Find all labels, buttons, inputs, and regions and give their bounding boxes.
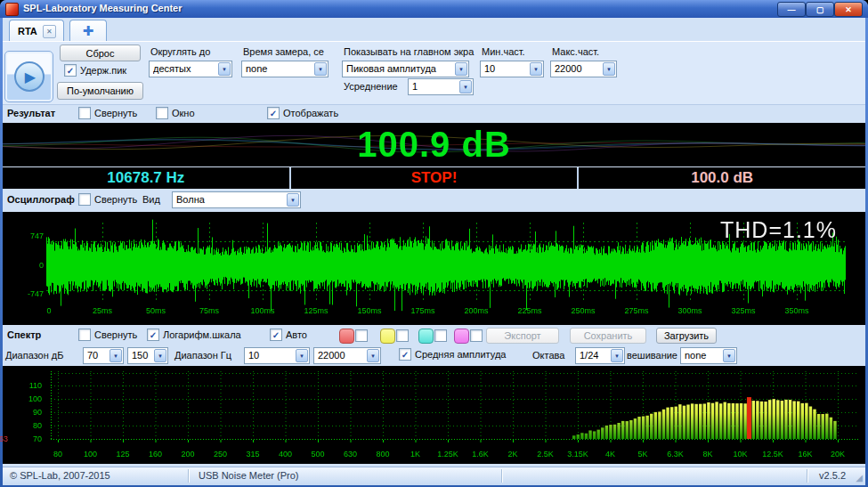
spectrum-section-title: Спектр xyxy=(7,329,41,340)
chevron-down-icon[interactable]: ▼ xyxy=(218,62,231,76)
thd-annotation: THD=1.1% xyxy=(720,217,837,243)
db-min-select[interactable]: 70 ▼ xyxy=(83,347,124,364)
tab-rta[interactable]: RTA ✕ xyxy=(9,20,64,42)
minimize-icon: — xyxy=(788,5,796,14)
chevron-down-icon[interactable]: ▼ xyxy=(611,349,623,362)
scope-x-tick: 175ms xyxy=(410,306,434,315)
scope-x-tick: 225ms xyxy=(517,306,541,315)
spectrum-x-tick: 500 xyxy=(311,450,324,459)
result-display-checkbox[interactable]: ✓Отображать xyxy=(267,107,338,119)
chevron-down-icon[interactable]: ▼ xyxy=(723,349,735,362)
reset-button[interactable]: Сброс xyxy=(60,45,141,61)
chevron-down-icon[interactable]: ▼ xyxy=(530,62,542,76)
scope-section-title: Осциллограф xyxy=(7,194,75,205)
titlebar[interactable]: SPL-Laboratory Measuring Center — ▢ ✕ xyxy=(0,0,868,18)
maximize-icon: ▢ xyxy=(816,5,824,14)
spectrum-x-tick: 5K xyxy=(637,450,647,459)
scope-x-tick: 300ms xyxy=(677,306,702,315)
status-copyright: © SPL-Lab, 2007-2015 xyxy=(10,470,110,481)
save-button[interactable]: Сохранить xyxy=(570,328,646,344)
app-window: SPL-Laboratory Measuring Center — ▢ ✕ RT… xyxy=(0,0,868,487)
averaging-label: Усреднение xyxy=(344,81,398,92)
spectrum-x-tick: 125 xyxy=(116,450,129,459)
spectrum-y-tick: 110 xyxy=(8,381,42,390)
scope-x-tick: 150ms xyxy=(357,306,381,315)
measure-time-select[interactable]: none ▼ xyxy=(241,61,329,77)
close-button[interactable]: ✕ xyxy=(834,2,863,17)
status-divider xyxy=(188,469,189,483)
spectrum-x-tick: 3.15K xyxy=(567,450,588,459)
chevron-down-icon[interactable]: ▼ xyxy=(459,80,472,93)
resize-grip[interactable]: ◢ xyxy=(856,473,863,483)
maximize-button[interactable]: ▢ xyxy=(806,2,834,17)
scope-x-tick: 325ms xyxy=(731,306,755,315)
checkbox-box xyxy=(355,329,368,342)
spectrum-x-tick: 2.5K xyxy=(537,450,554,459)
chevron-down-icon[interactable]: ▼ xyxy=(314,62,327,76)
min-freq-select[interactable]: 10 ▼ xyxy=(480,61,544,77)
load-button[interactable]: Загрузить xyxy=(656,328,717,344)
statusbar: © SPL-Lab, 2007-2015 USB Noise Meter (Pr… xyxy=(3,467,865,485)
hz-max-select[interactable]: 22000 ▼ xyxy=(313,347,381,364)
chevron-down-icon[interactable]: ▼ xyxy=(367,349,379,362)
avg-amplitude-checkbox[interactable]: ✓Средняя амплитуда xyxy=(399,348,506,361)
spectrum-x-tick: 8K xyxy=(702,450,712,459)
checkbox-box xyxy=(78,107,91,119)
max-freq-select[interactable]: 22000 ▼ xyxy=(550,61,617,77)
trace-color-red-swatch[interactable] xyxy=(339,329,354,344)
play-icon: ▶ xyxy=(14,61,45,92)
minimize-button[interactable]: — xyxy=(777,2,806,17)
trace-color-yellow-swatch[interactable] xyxy=(380,329,395,344)
chevron-down-icon[interactable]: ▼ xyxy=(154,349,166,362)
chevron-down-icon[interactable]: ▼ xyxy=(287,193,299,207)
export-button[interactable]: Экспорт xyxy=(486,328,559,344)
hold-peak-checkbox[interactable]: ✓ Удерж.пик xyxy=(64,64,126,77)
scope-x-tick: 75ms xyxy=(199,306,219,315)
trace-color-cyan-swatch[interactable] xyxy=(418,329,434,344)
weighting-select[interactable]: none ▼ xyxy=(680,347,737,364)
scope-view-select[interactable]: Волна ▼ xyxy=(172,191,301,208)
main-level-value: 100.9 dB xyxy=(3,123,865,166)
checkbox-box xyxy=(470,329,483,342)
tab-add[interactable]: ✚ xyxy=(69,20,107,42)
result-window-checkbox[interactable]: Окно xyxy=(156,107,195,119)
trace-magenta-checkbox[interactable] xyxy=(470,329,483,342)
chevron-down-icon[interactable]: ▼ xyxy=(455,62,467,76)
trace-red-checkbox[interactable] xyxy=(355,329,368,342)
scope-y-tick: 747 xyxy=(8,231,44,240)
chevron-down-icon[interactable]: ▼ xyxy=(296,349,308,362)
status-divider xyxy=(807,469,807,483)
result-section-title: Результат xyxy=(7,108,55,118)
default-button[interactable]: По-умолчанию xyxy=(57,82,143,100)
auto-checkbox[interactable]: ✓Авто xyxy=(270,329,307,341)
spectrum-collapse-checkbox[interactable]: Свернуть xyxy=(78,329,137,341)
trace-yellow-checkbox[interactable] xyxy=(396,329,409,342)
spectrum-x-tick: 400 xyxy=(279,450,292,459)
chevron-down-icon[interactable]: ▼ xyxy=(603,62,615,76)
scope-x-tick: 0 xyxy=(46,306,51,315)
play-button[interactable]: ▶ xyxy=(4,51,53,102)
spectrum-x-tick: 6.3K xyxy=(667,450,684,459)
averaging-select[interactable]: 1 ▼ xyxy=(408,78,474,95)
spectrum-x-tick: 2K xyxy=(507,450,517,459)
octave-select[interactable]: 1/24 ▼ xyxy=(575,347,625,364)
checkbox-box: ✓ xyxy=(64,64,77,77)
trace-color-magenta-swatch[interactable] xyxy=(454,329,469,344)
scope-x-tick: 250ms xyxy=(571,306,595,315)
tab-rta-label: RTA xyxy=(18,26,37,37)
checkbox-box xyxy=(78,193,91,206)
show-on-main-select[interactable]: Пиковая амплитуда ▼ xyxy=(342,61,469,77)
scope-collapse-checkbox[interactable]: Свернуть xyxy=(78,193,137,206)
result-collapse-checkbox[interactable]: Свернуть xyxy=(78,107,137,119)
tab-close-icon[interactable]: ✕ xyxy=(43,25,56,38)
hz-min-select[interactable]: 10 ▼ xyxy=(244,347,310,364)
chevron-down-icon[interactable]: ▼ xyxy=(110,349,122,362)
db-max-select[interactable]: 150 ▼ xyxy=(127,347,168,364)
plus-icon: ✚ xyxy=(83,23,94,39)
scope-y-tick: 0 xyxy=(8,261,44,270)
log-scale-checkbox[interactable]: ✓Логарифм.шкала xyxy=(147,329,241,341)
trace-cyan-checkbox[interactable] xyxy=(434,329,447,342)
round-select[interactable]: десятых ▼ xyxy=(149,61,232,77)
spectrum-y-tick: 80 xyxy=(8,421,42,430)
window-title: SPL-Laboratory Measuring Center xyxy=(23,3,182,13)
